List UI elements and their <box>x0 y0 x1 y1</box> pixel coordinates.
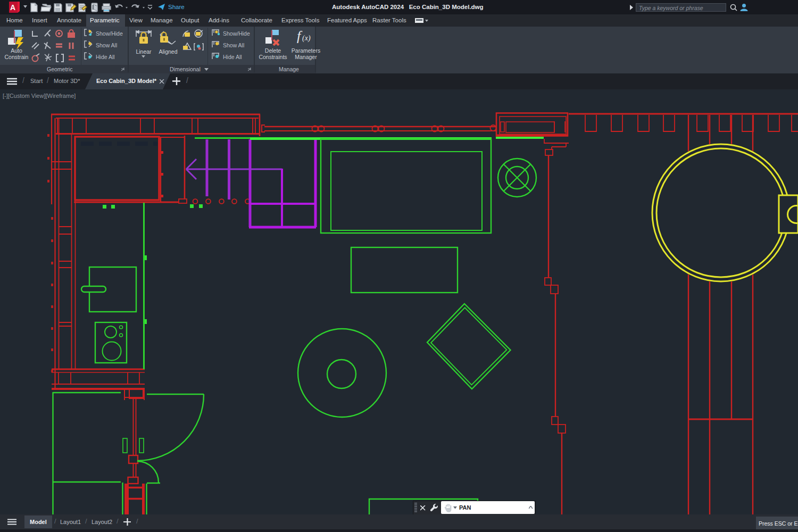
svg-text:A: A <box>10 3 15 12</box>
svg-text:(x): (x) <box>302 34 311 43</box>
